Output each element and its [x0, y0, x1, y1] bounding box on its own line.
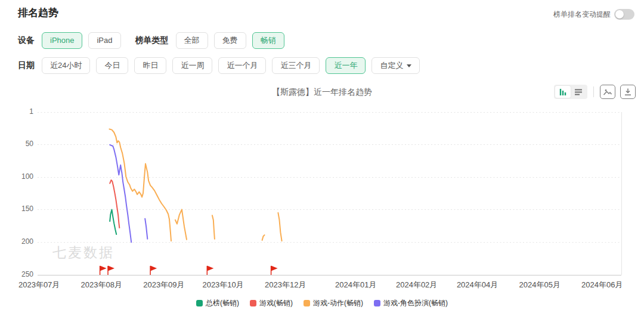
- flag-marker-icon[interactable]: [108, 266, 114, 271]
- x-axis-tick: 2024年04月: [447, 280, 509, 290]
- y-axis-tick: 250: [0, 270, 33, 278]
- legend-chip: [374, 300, 380, 306]
- x-axis-tick: 2024年01月: [325, 280, 387, 290]
- legend-item-总榜(畅销)[interactable]: 总榜(畅销): [196, 298, 239, 308]
- series-line-2: [262, 235, 265, 240]
- legend-label: 总榜(畅销): [206, 298, 239, 308]
- flag-marker-icon[interactable]: [207, 266, 213, 271]
- legend-chip: [304, 300, 310, 306]
- x-axis-tick: 2023年08月: [70, 280, 132, 290]
- legend-label: 游戏(畅销): [259, 298, 293, 308]
- x-axis-tick: 2023年09月: [133, 280, 195, 290]
- series-line-3: [110, 145, 131, 242]
- y-axis-tick: 50: [0, 140, 33, 148]
- flag-marker-icon[interactable]: [150, 266, 157, 271]
- legend-item-游戏-角色扮演(畅销)[interactable]: 游戏-角色扮演(畅销): [374, 298, 448, 308]
- ranking-trend-panel: 排名趋势 榜单排名变动提醒 设备 iPhoneiPad 榜单类型 全部免费畅销 …: [0, 0, 644, 319]
- x-axis-tick: 2023年10月: [192, 280, 254, 290]
- x-axis-tick: 2023年12月: [255, 280, 317, 290]
- x-axis-tick: 2024年02月: [386, 280, 448, 290]
- series-line-2: [278, 213, 281, 241]
- ranking-trend-chart: [0, 0, 644, 319]
- chart-legend: 总榜(畅销)游戏(畅销)游戏-动作(畅销)游戏-角色扮演(畅销): [0, 298, 644, 308]
- legend-item-游戏(畅销)[interactable]: 游戏(畅销): [250, 298, 293, 308]
- legend-item-游戏-动作(畅销)[interactable]: 游戏-动作(畅销): [304, 298, 363, 308]
- y-axis-tick: 200: [0, 237, 33, 246]
- watermark: 七麦数据: [52, 243, 114, 262]
- series-line-1: [110, 180, 119, 228]
- x-axis-tick: 2024年05月: [509, 280, 571, 290]
- legend-label: 游戏-动作(畅销): [313, 298, 363, 308]
- legend-label: 游戏-角色扮演(畅销): [383, 298, 448, 308]
- x-axis-tick: 2023年07月: [8, 280, 70, 290]
- flag-marker-icon[interactable]: [100, 266, 107, 271]
- legend-chip: [196, 300, 203, 306]
- series-line-3: [145, 219, 147, 239]
- flag-marker-icon[interactable]: [271, 266, 278, 271]
- y-axis-tick: 150: [0, 205, 33, 213]
- y-axis-tick: 100: [0, 172, 33, 181]
- series-line-2: [212, 215, 215, 239]
- legend-chip: [250, 300, 256, 306]
- series-line-2: [175, 209, 187, 239]
- series-line-0: [110, 209, 116, 234]
- x-axis-tick: 2024年06月: [571, 280, 633, 290]
- x-axis: 2023年07月2023年08月2023年09月2023年10月2023年12月…: [0, 280, 644, 290]
- y-axis-tick: 1: [0, 107, 33, 116]
